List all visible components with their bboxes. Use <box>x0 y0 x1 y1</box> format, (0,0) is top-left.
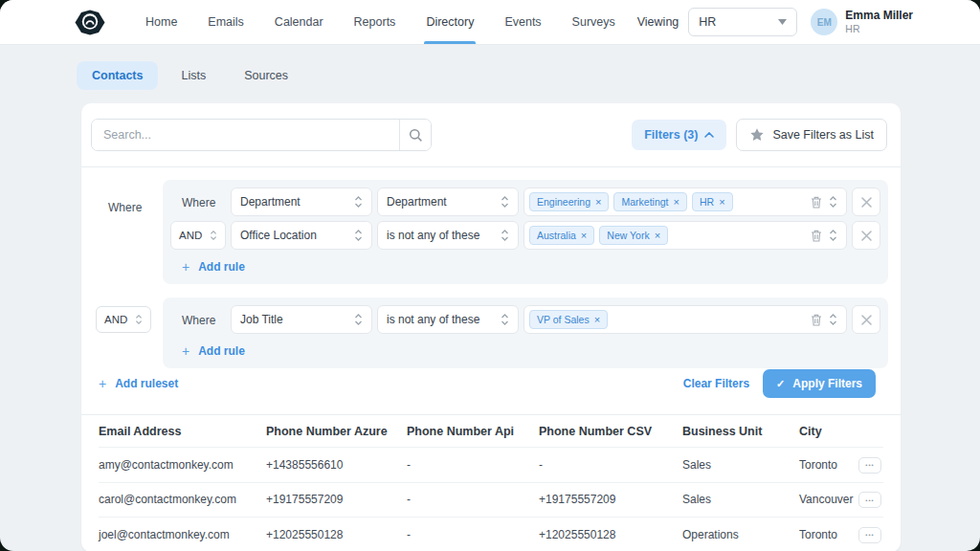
trash-icon <box>811 230 822 242</box>
search-box <box>91 119 432 151</box>
stepper-icon <box>501 229 509 242</box>
operator-select[interactable]: is not any of these <box>377 221 519 250</box>
stepper-icon[interactable] <box>829 195 837 209</box>
chevron-up-icon <box>704 132 714 138</box>
add-ruleset-label: Add ruleset <box>115 377 178 390</box>
ellipsis-icon: ••• <box>865 462 874 468</box>
rule-connector-label: Where <box>170 196 215 209</box>
tab-sources[interactable]: Sources <box>229 61 303 90</box>
add-ruleset-button[interactable]: + Add ruleset <box>99 376 178 391</box>
remove-tag-icon[interactable]: × <box>719 197 724 208</box>
close-icon <box>860 314 873 326</box>
filters-footer: + Add ruleset Clear Filters ✓ Apply Filt… <box>81 368 888 414</box>
close-icon <box>860 230 873 242</box>
plus-icon: + <box>182 259 189 275</box>
app-header: Home Emails Calendar Reports Directory E… <box>0 0 980 45</box>
clear-values-button[interactable] <box>811 196 822 209</box>
add-rule-button[interactable]: + Add rule <box>182 343 245 359</box>
cell-phone-csv: - <box>539 448 682 483</box>
clear-values-button[interactable] <box>811 230 822 242</box>
remove-tag-icon[interactable]: × <box>581 231 587 241</box>
stepper-icon <box>135 314 143 325</box>
operator-select[interactable]: Department <box>377 187 519 216</box>
values-field[interactable]: Engineering × Marketingt × HR × <box>523 187 847 216</box>
caret-down-icon <box>778 19 787 25</box>
field-select-value: Office Location <box>240 229 317 242</box>
plus-icon: + <box>182 343 189 359</box>
tag-label: Engineering <box>537 196 590 208</box>
stepper-icon[interactable] <box>829 229 837 242</box>
row-actions-button[interactable]: ••• <box>858 492 881 508</box>
ruleset-connector-value: AND <box>104 314 127 325</box>
operator-select[interactable]: is not any of these <box>377 305 519 334</box>
field-select-value: Job Title <box>240 313 283 326</box>
operator-select-value: is not any of these <box>387 313 479 326</box>
contactmonkey-logo-icon[interactable] <box>75 10 105 35</box>
save-filters-label: Save Filters as List <box>772 128 874 142</box>
add-rule-label: Add rule <box>198 344 245 358</box>
remove-rule-button[interactable] <box>852 305 880 334</box>
nav-item-reports[interactable]: Reports <box>339 0 412 44</box>
value-tag: Marketingt × <box>613 192 686 211</box>
tag-label: Marketingt <box>621 196 668 208</box>
nav-item-surveys[interactable]: Surveys <box>557 0 631 44</box>
viewing-select[interactable]: HR <box>688 8 797 36</box>
remove-rule-button[interactable] <box>852 221 880 250</box>
stepper-icon <box>501 195 509 209</box>
cell-phone-azure: +19175557209 <box>266 482 407 518</box>
column-header-business-unit: Business Unit <box>682 415 799 448</box>
filters-toggle-button[interactable]: Filters (3) <box>632 120 726 150</box>
rule-row: AND Office Location <box>170 221 880 250</box>
filters-toggle-label: Filters (3) <box>644 128 698 142</box>
rule-connector-label: Where <box>170 314 215 327</box>
column-header-phone-api: Phone Number Api <box>407 415 539 448</box>
apply-filters-button[interactable]: ✓ Apply Filters <box>763 369 876 398</box>
clear-values-button[interactable] <box>811 314 822 326</box>
ellipsis-icon: ••• <box>865 532 874 538</box>
cell-phone-azure: +14385556610 <box>266 448 407 483</box>
clear-filters-button[interactable]: Clear Filters <box>683 377 749 390</box>
tab-contacts[interactable]: Contacts <box>77 61 158 90</box>
cell-business-unit: Sales <box>682 448 799 483</box>
ruleset-connector-select[interactable]: AND <box>96 306 151 333</box>
field-select[interactable]: Job Title <box>231 305 372 334</box>
viewing-select-value: HR <box>699 15 716 29</box>
values-field[interactable]: VP of Sales × <box>523 305 847 334</box>
stepper-icon[interactable] <box>829 313 837 326</box>
add-rule-button[interactable]: + Add rule <box>182 259 245 275</box>
values-field[interactable]: Australia × New York × <box>523 221 847 250</box>
column-header-city: City <box>799 415 858 448</box>
connector-select[interactable]: AND <box>170 221 226 250</box>
nav-item-events[interactable]: Events <box>489 0 556 44</box>
trash-icon <box>811 314 822 326</box>
save-filters-button[interactable]: Save Filters as List <box>736 119 887 151</box>
value-tag: Engineering × <box>529 192 609 211</box>
search-button[interactable] <box>399 120 431 150</box>
table-row: joel@contactmonkey.com +12025550128 - +1… <box>99 518 883 551</box>
nav-item-home[interactable]: Home <box>130 0 192 44</box>
search-input[interactable] <box>92 120 399 150</box>
value-tag: HR × <box>692 192 733 211</box>
stepper-icon <box>354 313 363 326</box>
ruleset-1: Where Department Department <box>163 180 888 284</box>
remove-tag-icon[interactable]: × <box>595 197 601 208</box>
remove-tag-icon[interactable]: × <box>655 231 660 241</box>
user-avatar[interactable]: EM <box>811 9 837 35</box>
nav-item-calendar[interactable]: Calendar <box>259 0 339 44</box>
main-nav: Home Emails Calendar Reports Directory E… <box>130 0 631 44</box>
nav-item-emails[interactable]: Emails <box>192 0 259 44</box>
rule-row: Where Department Department <box>170 187 880 216</box>
nav-item-directory[interactable]: Directory <box>411 0 489 44</box>
add-rule-label: Add rule <box>198 260 245 274</box>
remove-tag-icon[interactable]: × <box>594 315 600 325</box>
row-actions-button[interactable]: ••• <box>858 527 881 543</box>
remove-tag-icon[interactable]: × <box>674 197 679 208</box>
tag-label: VP of Sales <box>537 314 590 325</box>
field-select[interactable]: Office Location <box>231 221 372 250</box>
row-actions-button[interactable]: ••• <box>858 457 881 474</box>
field-select[interactable]: Department <box>231 187 372 216</box>
cell-business-unit: Operations <box>682 518 799 551</box>
tab-lists[interactable]: Lists <box>166 61 221 90</box>
value-tag: New York × <box>599 226 668 245</box>
remove-rule-button[interactable] <box>852 187 880 216</box>
